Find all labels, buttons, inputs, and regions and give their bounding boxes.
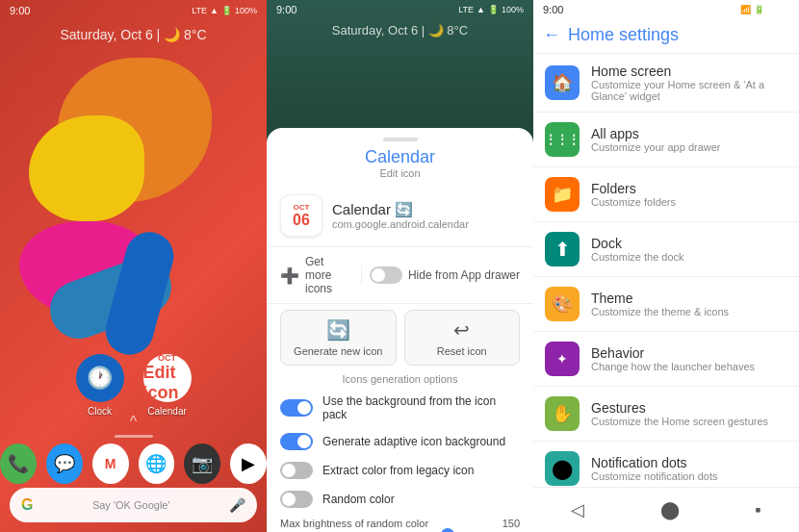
battery-icon-2: 🔋	[488, 5, 499, 14]
divider-1	[267, 246, 533, 247]
cal-month-preview: OCT	[294, 203, 310, 212]
opt3-thumb	[282, 464, 296, 477]
settings-list: 🏠 Home screen Customize your Home screen…	[533, 54, 799, 487]
hide-toggle[interactable]	[370, 266, 402, 284]
swipe-up-indicator: ^	[130, 414, 138, 431]
sheet-title: Calendar	[267, 147, 533, 167]
behavior-desc: Change how the launcher behaves	[591, 361, 787, 372]
back-button[interactable]: ←	[543, 25, 560, 45]
nav-home-btn[interactable]: ⬤	[641, 495, 699, 524]
settings-item-folders[interactable]: 📁 Folders Customize folders	[533, 167, 799, 222]
settings-item-home[interactable]: 🏠 Home screen Customize your Home screen…	[533, 54, 799, 113]
gestures-desc: Customize the Home screen gestures	[591, 416, 787, 427]
home-screen-icon: 🏠	[545, 65, 580, 100]
reset-icon: ↩	[453, 318, 470, 342]
opt2-toggle[interactable]	[280, 433, 313, 450]
dock-camera[interactable]: 📷	[184, 443, 220, 484]
status-time-3: 9:00	[543, 4, 563, 15]
all-apps-name: All apps	[591, 126, 787, 141]
opt4-label: Random color	[322, 493, 520, 506]
settings-item-gestures[interactable]: ✋ Gestures Customize the Home screen ges…	[533, 387, 799, 442]
generate-label: Generate new icon	[294, 345, 382, 357]
behavior-name: Behavior	[591, 345, 787, 361]
settings-item-allapps[interactable]: ⋮⋮⋮ All apps Customize your app drawer	[533, 113, 799, 167]
search-bar-placeholder: Say 'OK Google'	[40, 499, 221, 511]
status-icons-3: ▲ LTE 📶 🔋 100%	[710, 5, 789, 14]
clock-app-icon: 🕐	[76, 354, 124, 402]
dot-icon: ⬤	[552, 457, 573, 480]
dock-chrome[interactable]: 🌐	[139, 443, 175, 484]
dock-play[interactable]: ▶	[230, 443, 267, 484]
sheet-handle	[383, 138, 418, 141]
gmail-icon: M	[105, 456, 116, 471]
home-screen-desc: Customize your Home screen & 'At a Glanc…	[591, 79, 787, 102]
nav-back-btn[interactable]: ◁	[552, 495, 604, 524]
dock-gmail[interactable]: M	[92, 443, 129, 484]
app-info-text: Calendar 🔄 com.google.android.calendar	[332, 201, 469, 230]
gen-reset-row: 🔄 Generate new icon ↩ Reset icon	[267, 306, 533, 369]
get-icons-section[interactable]: ➕ Get more icons	[280, 255, 353, 295]
p3-nav-bar: ◁ ⬤ ▪	[533, 487, 799, 532]
folder-icon: 📁	[552, 184, 573, 205]
dock-arrow-icon: ⬆	[554, 238, 571, 261]
google-g-icon: G	[21, 496, 33, 514]
generate-btn[interactable]: 🔄 Generate new icon	[280, 310, 397, 366]
divider-2	[267, 303, 533, 304]
calendar-month: OCT	[158, 353, 176, 363]
hand-icon: ✋	[552, 403, 573, 424]
dock-desc: Customize the dock	[591, 251, 787, 263]
get-icons-row: ➕ Get more icons Hide from App drawer	[267, 249, 533, 301]
lte-icon-3: LTE	[722, 5, 737, 14]
opt3-toggle[interactable]	[280, 462, 313, 479]
opt1-toggle[interactable]	[280, 399, 313, 417]
p2-date: Saturday, Oct 6 | 🌙 8°C	[267, 19, 533, 41]
calendar-app-item[interactable]: OCT Edit icon Calendar	[143, 354, 192, 417]
gestures-name: Gestures	[591, 400, 787, 416]
all-apps-desc: Customize your app drawer	[591, 141, 787, 153]
theme-name: Theme	[591, 291, 787, 306]
calendar-icon-preview: OCT 06	[280, 194, 322, 237]
home-date-widget: Saturday, Oct 6 | 🌙 8°C	[0, 27, 267, 42]
cal-day-preview: 06	[293, 212, 310, 229]
battery-icon-3: 🔋	[754, 5, 764, 14]
home-icons-row: 🕐 Clock OCT Edit icon Calendar	[0, 354, 267, 417]
messages-icon: 💬	[54, 453, 75, 474]
settings-item-theme[interactable]: 🎨 Theme Customize the theme & icons	[533, 277, 799, 332]
hide-drawer-toggle[interactable]: Hide from App drawer	[370, 266, 520, 284]
camera-icon: 📷	[192, 453, 213, 474]
opt4-thumb	[282, 493, 296, 506]
settings-item-dock[interactable]: ⬆ Dock Customize the dock	[533, 222, 799, 277]
calendar-edit-panel: 9:00 LTE ▲ 🔋 100% Saturday, Oct 6 | 🌙 8°…	[267, 0, 533, 532]
opt2-label: Generate adaptive icon background	[322, 435, 520, 448]
status-bar-1: 9:00 LTE ▲ 🔋 100%	[0, 0, 267, 21]
dock-messages[interactable]: 💬	[46, 443, 83, 484]
palette-icon: 🎨	[552, 293, 573, 315]
hide-drawer-label: Hide from App drawer	[408, 268, 520, 282]
settings-item-behavior[interactable]: ✦ Behavior Change how the launcher behav…	[533, 332, 799, 387]
options-heading: Icons generation options	[267, 369, 533, 389]
behavior-symbol: ✦	[556, 351, 568, 367]
clock-app-item[interactable]: 🕐 Clock	[76, 354, 124, 417]
folders-desc: Customize folders	[591, 196, 787, 208]
slider-label: Max brightness of random color	[280, 518, 428, 529]
chrome-icon: 🌐	[145, 453, 167, 474]
opt1-label: Use the background from the icon pack	[322, 394, 520, 421]
lte-icon-2: LTE	[458, 5, 474, 14]
calendar-day-home: Edit icon	[143, 363, 192, 403]
battery-label-3: 100%	[767, 5, 789, 14]
reset-btn[interactable]: ↩ Reset icon	[404, 310, 521, 366]
sheet-subtitle: Edit icon	[267, 167, 533, 179]
opt3-label: Extract color from legacy icon	[322, 464, 520, 477]
notif-dots-name: Notification dots	[591, 455, 787, 470]
option-row-3: Extract color from legacy icon	[267, 456, 533, 485]
opt4-toggle[interactable]	[280, 491, 313, 508]
app-pkg: com.google.android.calendar	[332, 218, 469, 230]
play-icon: ▶	[242, 453, 255, 474]
settings-item-notif[interactable]: ⬤ Notification dots Customize notificati…	[533, 442, 799, 487]
mic-icon[interactable]: 🎤	[229, 497, 245, 513]
search-bar[interactable]: G Say 'OK Google' 🎤	[10, 488, 257, 522]
add-icon: ➕	[280, 266, 299, 285]
dock-phone[interactable]: 📞	[0, 443, 37, 484]
folders-name: Folders	[591, 181, 787, 196]
nav-recent-btn[interactable]: ▪	[735, 496, 780, 524]
